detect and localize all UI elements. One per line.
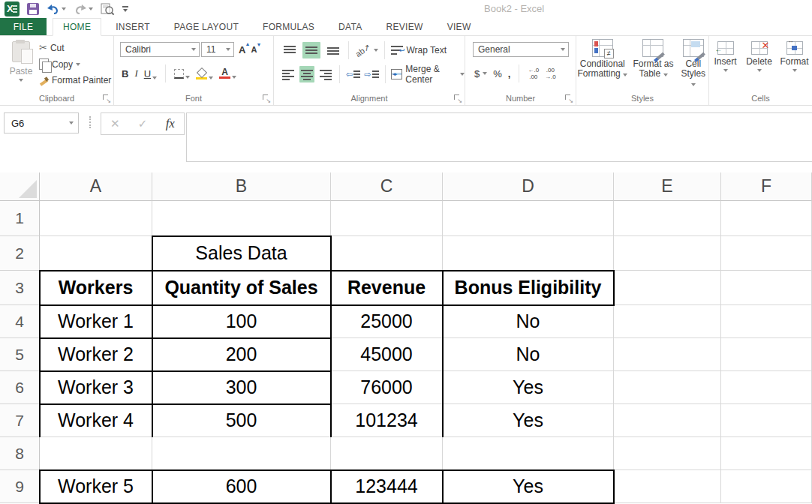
cell-C6[interactable]: 76000 [331, 371, 443, 404]
decrease-decimal-button[interactable]: .00→.0 [545, 67, 556, 80]
decrease-indent-button[interactable]: ⇦ [346, 70, 360, 80]
format-as-table-button[interactable]: Format as Table [632, 39, 675, 88]
fill-color-button[interactable] [196, 68, 213, 80]
cell-B7[interactable]: 500 [152, 404, 331, 437]
col-header-A[interactable]: A [40, 172, 152, 201]
row-header-5[interactable]: 5 [0, 338, 40, 371]
increase-decimal-button[interactable]: ←.0.00 [528, 67, 539, 80]
clipboard-dialog-launcher-icon[interactable] [103, 94, 110, 102]
bottom-align-button[interactable] [324, 42, 342, 58]
cell-D3[interactable]: Bonus Eligibility [443, 271, 614, 305]
cell-B2[interactable]: Sales Data [152, 236, 331, 271]
cell-C7[interactable]: 101234 [331, 404, 443, 437]
name-box[interactable]: G6 [4, 112, 79, 134]
font-dialog-launcher-icon[interactable] [263, 94, 270, 102]
align-center-button[interactable] [299, 66, 314, 82]
tab-page-layout[interactable]: PAGE LAYOUT [164, 18, 248, 35]
cell-C2[interactable] [331, 236, 443, 271]
paste-button[interactable]: Paste [6, 40, 36, 95]
cell-A8[interactable] [40, 437, 152, 470]
cell-D1[interactable] [443, 201, 614, 236]
percent-style-button[interactable]: % [493, 68, 502, 80]
cell-D8[interactable] [443, 437, 614, 470]
wrap-text-button[interactable]: Wrap Text [391, 45, 447, 56]
cell-F8[interactable] [721, 437, 812, 470]
underline-button[interactable]: U [144, 68, 157, 80]
cell-E5[interactable] [614, 338, 721, 371]
merge-center-button[interactable]: Merge & Center [391, 64, 465, 85]
col-header-F[interactable]: F [721, 172, 812, 201]
row-header-4[interactable]: 4 [0, 305, 40, 338]
cell-F3[interactable] [721, 271, 812, 305]
cell-A6[interactable]: Worker 3 [40, 371, 152, 404]
cell-D2[interactable] [443, 236, 614, 271]
cell-F2[interactable] [721, 236, 812, 271]
cell-E6[interactable] [614, 371, 721, 404]
cell-E8[interactable] [614, 437, 721, 470]
row-header-9[interactable]: 9 [0, 470, 40, 503]
cell-F6[interactable] [721, 371, 812, 404]
cell-E7[interactable] [614, 404, 721, 437]
insert-cells-button[interactable]: ← Insert [711, 39, 741, 72]
cut-button[interactable]: ✂Cut [39, 42, 111, 53]
tab-formulas[interactable]: FORMULAS [253, 18, 324, 35]
cell-E1[interactable] [614, 201, 721, 236]
cell-B8[interactable] [152, 437, 331, 470]
cell-C8[interactable] [331, 437, 443, 470]
col-header-B[interactable]: B [152, 172, 331, 201]
top-align-button[interactable] [281, 42, 299, 58]
cell-C4[interactable]: 25000 [331, 305, 443, 338]
undo-button[interactable] [47, 4, 66, 15]
row-header-2[interactable]: 2 [0, 236, 40, 271]
tab-home[interactable]: HOME [53, 18, 101, 36]
cell-D4[interactable]: No [443, 305, 614, 338]
accounting-format-button[interactable]: $ [474, 68, 487, 80]
col-header-E[interactable]: E [614, 172, 721, 201]
decrease-font-size-button[interactable]: A▼ [251, 45, 260, 54]
number-format-combobox[interactable]: General [473, 42, 569, 57]
excel-logo-icon[interactable] [5, 2, 20, 16]
print-preview-button[interactable] [101, 3, 115, 16]
tab-view[interactable]: VIEW [438, 18, 481, 35]
number-dialog-launcher-icon[interactable] [565, 94, 573, 102]
cell-C5[interactable]: 45000 [331, 338, 443, 371]
enter-button[interactable]: ✓ [138, 117, 148, 130]
increase-indent-button[interactable]: ⇨ [364, 70, 378, 80]
cell-F5[interactable] [721, 338, 812, 371]
row-header-1[interactable]: 1 [0, 201, 40, 236]
align-right-button[interactable] [318, 66, 333, 82]
cell-B3[interactable]: Quantity of Sales [152, 271, 331, 305]
row-header-7[interactable]: 7 [0, 404, 40, 437]
cell-A4[interactable]: Worker 1 [40, 305, 152, 338]
cell-A1[interactable] [40, 201, 152, 236]
middle-align-button[interactable] [302, 42, 320, 58]
customize-quick-access-button[interactable] [122, 6, 128, 12]
cell-F9[interactable] [721, 470, 812, 503]
cell-B9[interactable]: 600 [152, 470, 331, 503]
cell-D6[interactable]: Yes [443, 371, 614, 404]
cell-A9[interactable]: Worker 5 [40, 470, 152, 503]
comma-style-button[interactable]: , [508, 68, 511, 80]
conditional-formatting-button[interactable]: ≠ Conditional Formatting [576, 39, 629, 88]
cell-B4[interactable]: 100 [152, 305, 331, 338]
cell-B5[interactable]: 200 [152, 338, 331, 371]
copy-button[interactable]: Copy [39, 58, 111, 70]
cell-B1[interactable] [152, 201, 331, 236]
cell-B6[interactable]: 300 [152, 371, 331, 404]
italic-button[interactable]: I [134, 68, 137, 80]
cell-A5[interactable]: Worker 2 [40, 338, 152, 371]
cell-C3[interactable]: Revenue [331, 271, 443, 305]
cell-E3[interactable] [614, 271, 721, 305]
delete-cells-button[interactable]: ✕ Delete [744, 39, 775, 72]
borders-button[interactable] [174, 69, 190, 79]
cancel-button[interactable]: ✕ [110, 117, 120, 130]
cell-D5[interactable]: No [443, 338, 614, 371]
font-name-combobox[interactable]: Calibri [120, 42, 200, 57]
select-all-corner[interactable] [0, 172, 40, 201]
row-header-3[interactable]: 3 [0, 271, 40, 305]
alignment-dialog-launcher-icon[interactable] [454, 94, 462, 102]
cell-A7[interactable]: Worker 4 [40, 404, 152, 437]
cell-F4[interactable] [721, 305, 812, 338]
tab-insert[interactable]: INSERT [106, 18, 160, 35]
cell-F7[interactable] [721, 404, 812, 437]
